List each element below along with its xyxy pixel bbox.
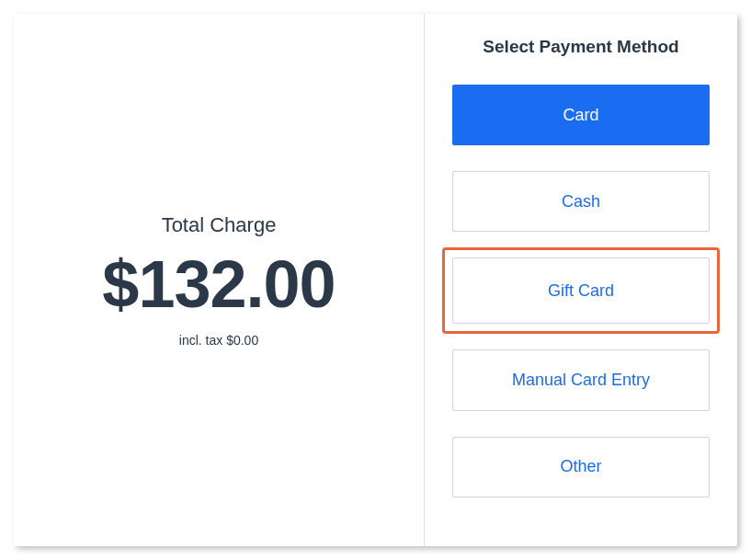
payment-method-header: Select Payment Method — [452, 37, 710, 57]
tax-info: incl. tax $0.00 — [179, 333, 258, 348]
payment-option-other[interactable]: Other — [452, 437, 710, 497]
checkout-container: Total Charge $132.00 incl. tax $0.00 Sel… — [14, 14, 737, 546]
payment-panel: Select Payment Method Card Cash Gift Car… — [425, 14, 737, 546]
total-charge-amount: $132.00 — [102, 246, 335, 322]
highlighted-option-wrapper: Gift Card — [442, 247, 720, 334]
payment-option-cash[interactable]: Cash — [452, 171, 710, 232]
payment-option-card[interactable]: Card — [452, 85, 710, 145]
total-charge-label: Total Charge — [162, 213, 277, 237]
charge-panel: Total Charge $132.00 incl. tax $0.00 — [14, 14, 425, 546]
payment-option-manual-entry[interactable]: Manual Card Entry — [452, 349, 710, 410]
payment-option-gift-card[interactable]: Gift Card — [452, 257, 710, 324]
